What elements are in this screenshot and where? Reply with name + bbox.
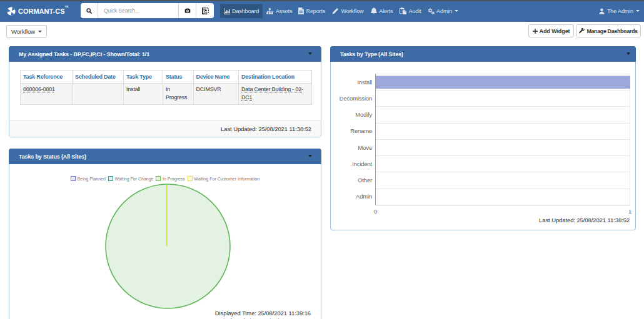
svg-text:Other: Other [358,177,372,184]
svg-text:0: 0 [374,208,377,215]
svg-text:Decomission: Decomission [340,95,372,102]
svg-text:Move: Move [358,144,372,151]
svg-text:1: 1 [628,208,631,215]
svg-text:Admin: Admin [356,193,372,200]
svg-text:Rename: Rename [350,127,372,134]
svg-text:Modify: Modify [355,111,372,118]
svg-text:Install: Install [358,79,373,86]
svg-text:Incident: Incident [352,160,372,167]
